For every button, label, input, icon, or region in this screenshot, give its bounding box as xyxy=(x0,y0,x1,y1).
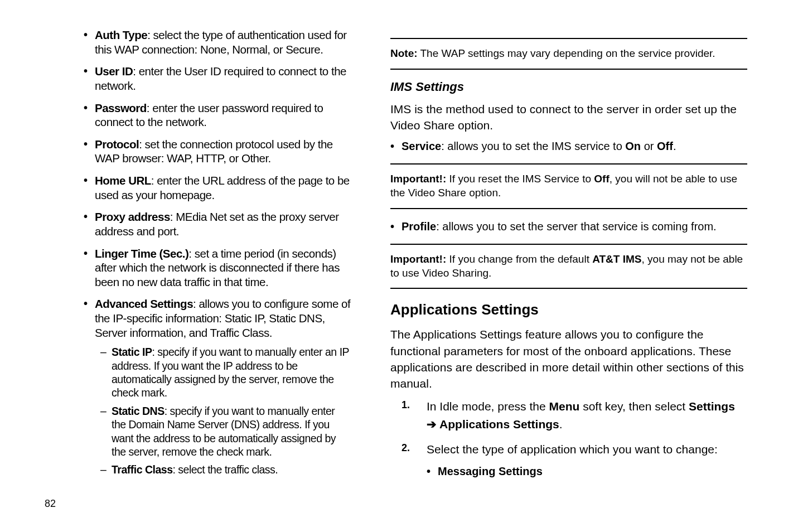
end: . xyxy=(673,140,676,152)
term: User ID xyxy=(95,65,133,78)
setting-user-id: User ID: enter the User ID required to c… xyxy=(84,64,351,93)
step-number: 2. xyxy=(402,441,427,479)
step-body: In Idle mode, press the Menu soft key, t… xyxy=(427,398,747,434)
page-number: 82 xyxy=(45,498,56,510)
desc: : allows you to set the server that serv… xyxy=(436,220,716,233)
note-text: The WAP settings may vary depending on t… xyxy=(418,47,715,59)
off: Off xyxy=(657,140,673,152)
settings: Settings xyxy=(689,400,735,413)
sub-messaging-settings: Messaging Settings xyxy=(427,464,747,478)
note-wap-vary: Note: The WAP settings may vary dependin… xyxy=(390,38,747,70)
term: Auth Type xyxy=(95,28,147,41)
setting-auth-type: Auth Type: select the type of authentica… xyxy=(84,28,351,56)
applications-settings: Applications Settings xyxy=(437,418,559,431)
sub-traffic-class: Traffic Class: select the traffic class. xyxy=(100,463,351,476)
sub-static-ip: Static IP: specify if you want to manual… xyxy=(100,345,351,400)
end: . xyxy=(559,418,563,431)
on: On xyxy=(625,140,641,152)
step-number: 1. xyxy=(402,398,427,434)
menu: Menu xyxy=(549,400,579,413)
ims-service-item: Service: allows you to set the IMS servi… xyxy=(390,139,747,153)
att: AT&T IMS xyxy=(592,253,641,265)
ims-profile-item: Profile: allows you to set the server th… xyxy=(390,219,747,234)
term: Home URL xyxy=(95,174,151,187)
left-column: Auth Type: select the type of authentica… xyxy=(45,28,351,485)
term: Profile xyxy=(402,220,436,233)
setting-password: Password: enter the user password requir… xyxy=(84,101,351,129)
setting-advanced: Advanced Settings: allows you to configu… xyxy=(84,297,351,476)
important-att-ims: Important!: If you change from the defau… xyxy=(390,244,747,289)
setting-home-url: Home URL: enter the URL address of the p… xyxy=(84,173,351,202)
text: Select the type of application which you… xyxy=(427,443,718,456)
term: Proxy address xyxy=(95,210,170,223)
term: Advanced Settings xyxy=(95,297,193,310)
step-2: 2. Select the type of application which … xyxy=(390,441,747,479)
sub-static-dns: Static DNS: specify if you want to manua… xyxy=(100,404,351,459)
mid: soft key, then select xyxy=(579,400,689,413)
advanced-sub-list: Static IP: specify if you want to manual… xyxy=(95,345,351,476)
arrow-icon: ➔ xyxy=(427,418,437,431)
term: Traffic Class xyxy=(112,463,172,476)
pre: : allows you to set the IMS service to xyxy=(441,140,625,152)
wap-settings-list: Auth Type: select the type of authentica… xyxy=(45,28,351,477)
term: Password xyxy=(95,101,147,114)
mid: or xyxy=(641,140,657,152)
step-body: Select the type of application which you… xyxy=(427,441,747,479)
term: Service xyxy=(402,140,441,152)
step-1: 1. In Idle mode, press the Menu soft key… xyxy=(390,398,747,434)
term: Linger Time (Sec.) xyxy=(95,247,188,260)
term: Static IP xyxy=(112,346,152,358)
applications-settings-heading: Applications Settings xyxy=(390,301,747,318)
desc: : select the traffic class. xyxy=(172,463,278,476)
pre: If you reset the IMS Service to xyxy=(446,173,594,185)
setting-protocol: Protocol: set the connection protocol us… xyxy=(84,137,351,166)
setting-linger-time: Linger Time (Sec.): set a time period (i… xyxy=(84,246,351,289)
desc: : enter the User ID required to connect … xyxy=(95,65,346,92)
setting-proxy-address: Proxy address: MEdia Net set as the prox… xyxy=(84,210,351,238)
right-column: Note: The WAP settings may vary dependin… xyxy=(390,28,747,485)
label: Messaging Settings xyxy=(438,465,543,477)
pre: If you change from the default xyxy=(446,253,592,265)
important-label: Important!: xyxy=(390,253,446,265)
term: Protocol xyxy=(95,138,139,151)
important-label: Important!: xyxy=(390,173,446,185)
ims-intro: IMS is the method used to connect to the… xyxy=(390,101,747,134)
ims-settings-heading: IMS Settings xyxy=(390,80,747,94)
pre: In Idle mode, press the xyxy=(427,400,549,413)
term: Static DNS xyxy=(112,405,165,417)
important-ims-off: Important!: If you reset the IMS Service… xyxy=(390,163,747,209)
note-label: Note: xyxy=(390,47,418,59)
off: Off xyxy=(594,173,609,185)
applications-intro: The Applications Settings feature allows… xyxy=(390,326,747,392)
